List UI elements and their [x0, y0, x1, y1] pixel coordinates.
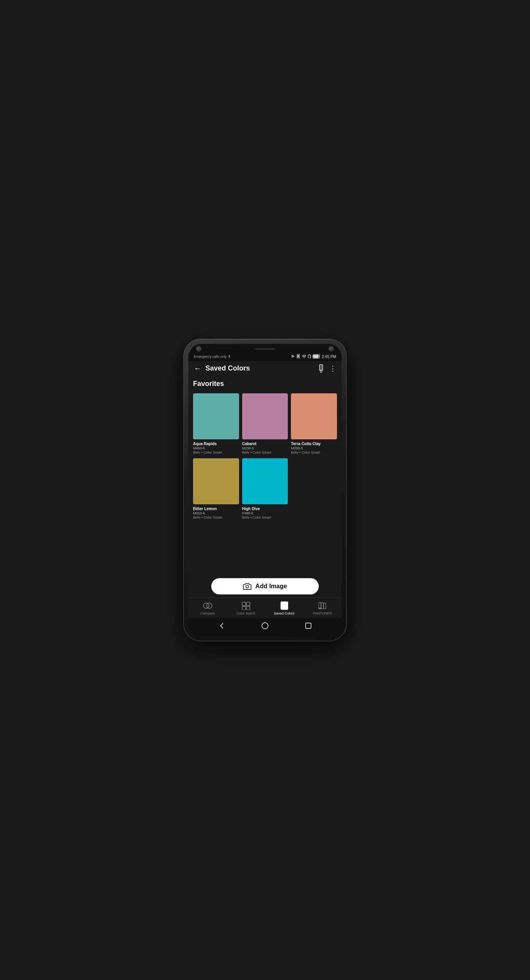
page-title: Saved Colors [205, 364, 250, 372]
color-name-high-dive: High Dive [242, 506, 288, 511]
phone-screen: Emergency calls only ⬆ [188, 344, 342, 636]
color-code-terra-cotta: M200-5 [291, 446, 337, 451]
pantone-icon [318, 601, 327, 610]
color-brand-aqua-rapids: Behr • Color Smart [193, 451, 239, 455]
battery-icon [313, 354, 320, 359]
home-nav-button[interactable] [260, 621, 270, 631]
time-display: 2:45 PM [322, 355, 336, 359]
nav-label-pantone: PANTONE® [313, 611, 332, 615]
svg-rect-11 [242, 602, 246, 606]
color-card-terra-cotta[interactable]: Terra Cotta Clay M200-5 Behr • Color Sma… [291, 393, 337, 455]
svg-rect-1 [297, 355, 299, 357]
upload-icon: ⬆ [228, 355, 231, 359]
color-swatch-bitter-lemon [193, 458, 239, 504]
color-name-cabaret: Cabaret [242, 441, 288, 446]
add-image-label: Add Image [255, 583, 287, 590]
nav-left: ← Saved Colors [194, 364, 250, 373]
color-brand-cabaret: Behr • Color Smart [242, 451, 288, 455]
color-brand-terra-cotta: Behr • Color Smart [291, 451, 337, 455]
color-grid: Aqua Rapids M450-5 Behr • Color Smart Ca… [193, 393, 337, 520]
color-brand-high-dive: Behr • Color Smart [242, 516, 288, 520]
svg-rect-18 [321, 603, 323, 609]
svg-rect-4 [313, 355, 318, 358]
more-menu-button[interactable]: ⋮ [329, 364, 336, 373]
svg-point-10 [207, 603, 212, 608]
file-icon [308, 354, 311, 359]
home-bar [188, 618, 342, 636]
color-card-aqua-rapids[interactable]: Aqua Rapids M450-5 Behr • Color Smart [193, 393, 239, 455]
color-code-cabaret: M130-5 [242, 446, 288, 451]
flashlight-button[interactable] [318, 364, 324, 373]
color-card-bitter-lemon[interactable]: Bitter Lemon M310-6 Behr • Color Smart [193, 458, 239, 520]
svg-point-2 [304, 357, 304, 358]
camera-right [328, 346, 334, 352]
color-swatch-terra-cotta [291, 393, 337, 439]
bluetooth-icon [292, 354, 295, 359]
color-swatch-high-dive [242, 458, 288, 504]
app-screen: ← Saved Colors ⋮ Favorites [188, 361, 342, 618]
nav-label-saved-colors: Saved Colors [274, 611, 294, 615]
nav-label-compare: Compare [200, 611, 215, 615]
color-name-bitter-lemon: Bitter Lemon [193, 506, 239, 511]
camera-left [196, 346, 202, 352]
scroll-content: Favorites Aqua Rapids M450-5 Behr • Colo… [188, 376, 342, 574]
top-nav: ← Saved Colors ⋮ [188, 361, 342, 376]
nav-item-compare[interactable]: Compare [188, 600, 227, 616]
svg-rect-13 [242, 606, 246, 610]
nav-label-color-match: Color Match [236, 611, 255, 615]
status-bar: Emergency calls only ⬆ [188, 352, 342, 361]
svg-rect-22 [306, 623, 311, 628]
back-nav-button[interactable] [217, 621, 227, 631]
color-name-terra-cotta: Terra Cotta Clay [291, 441, 337, 446]
section-title: Favorites [193, 380, 337, 388]
color-code-aqua-rapids: M450-5 [193, 446, 239, 451]
recents-nav-button[interactable] [303, 621, 313, 631]
svg-point-8 [246, 585, 248, 588]
add-image-container: Add Image [188, 574, 342, 598]
color-brand-bitter-lemon: Behr • Color Smart [193, 516, 239, 520]
wifi-icon [302, 354, 306, 359]
svg-point-9 [203, 603, 209, 608]
back-button[interactable]: ← [194, 364, 202, 373]
color-code-high-dive: P480-5 [242, 511, 288, 516]
nav-right: ⋮ [318, 364, 336, 373]
svg-rect-20 [318, 608, 321, 609]
phone-frame: Emergency calls only ⬆ [184, 339, 346, 641]
color-swatch-cabaret [242, 393, 288, 439]
vibrate-icon [296, 354, 300, 359]
svg-rect-12 [246, 602, 250, 606]
compare-icon [203, 601, 212, 610]
bottom-nav: Compare Color Match [188, 598, 342, 618]
nav-item-pantone[interactable]: PANTONE® [303, 600, 342, 616]
speaker [255, 348, 275, 350]
camera-row [188, 344, 342, 352]
color-code-bitter-lemon: M310-6 [193, 511, 239, 516]
camera-icon [243, 583, 251, 590]
svg-rect-16 [282, 604, 287, 608]
status-left: Emergency calls only ⬆ [194, 355, 231, 359]
status-right: 2:45 PM [292, 354, 336, 359]
color-card-high-dive[interactable]: High Dive P480-5 Behr • Color Smart [242, 458, 288, 520]
svg-rect-19 [323, 603, 326, 609]
emergency-text: Emergency calls only [194, 355, 227, 359]
color-name-aqua-rapids: Aqua Rapids [193, 441, 239, 446]
nav-item-saved-colors[interactable]: Saved Colors [265, 600, 303, 616]
svg-rect-6 [320, 370, 322, 372]
nav-item-color-match[interactable]: Color Match [227, 600, 265, 616]
color-card-cabaret[interactable]: Cabaret M130-5 Behr • Color Smart [242, 393, 288, 455]
svg-rect-14 [246, 606, 250, 610]
svg-point-21 [262, 623, 268, 629]
color-swatch-aqua-rapids [193, 393, 239, 439]
saved-colors-icon [280, 601, 289, 610]
add-image-button[interactable]: Add Image [211, 578, 319, 594]
color-grid-empty-slot [291, 458, 337, 520]
color-match-icon [241, 601, 251, 610]
